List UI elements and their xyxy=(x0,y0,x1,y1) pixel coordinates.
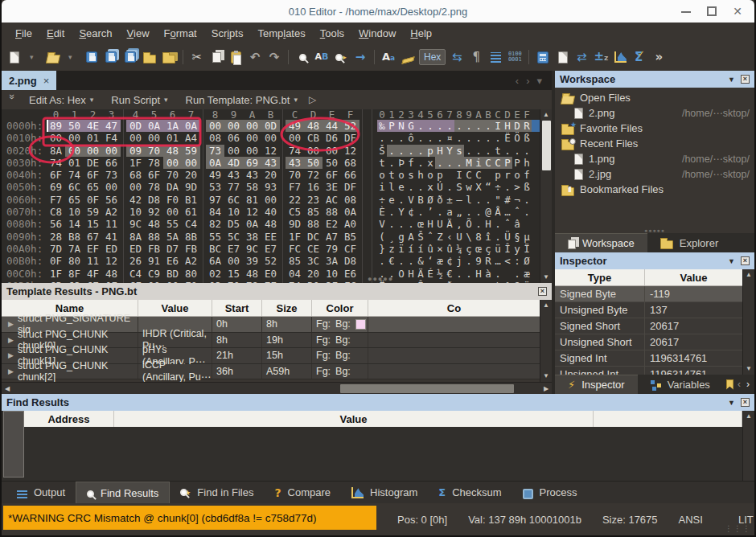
hex-ascii-char[interactable]: t xyxy=(377,157,387,169)
hex-ascii-char[interactable]: p xyxy=(425,145,435,157)
hex-byte[interactable]: 20 xyxy=(261,169,280,181)
hex-ascii-char[interactable]: w xyxy=(464,181,474,193)
hex-ascii-char[interactable]: § xyxy=(512,231,522,243)
goto-icon[interactable]: → xyxy=(351,47,370,68)
hex-byte[interactable]: 68 xyxy=(341,157,360,169)
hex-ascii-char[interactable]: . xyxy=(445,157,454,169)
undo-icon[interactable]: ↶ xyxy=(245,47,265,68)
hex-byte[interactable]: 00 xyxy=(261,132,280,144)
calculator-icon[interactable] xyxy=(533,47,553,68)
endian-icon[interactable]: ⇆ xyxy=(447,47,466,68)
minimize-button[interactable] xyxy=(680,6,692,17)
checksum-icon[interactable]: Σ✓ xyxy=(630,47,649,68)
menu-item-edit[interactable]: Edit xyxy=(39,24,72,43)
find-next-icon[interactable]: ▸ xyxy=(331,47,351,68)
hex-ascii-char[interactable]: 9 xyxy=(474,255,483,267)
hex-byte[interactable]: DA xyxy=(163,181,182,193)
hex-ascii-char[interactable]: x xyxy=(425,181,435,193)
hex-ascii-char[interactable]: . xyxy=(387,218,396,230)
hex-byte[interactable]: 78 xyxy=(145,181,163,193)
hex-ascii-char[interactable]: Ü xyxy=(503,231,512,243)
hex-byte[interactable]: A7 xyxy=(323,231,341,243)
hex-byte[interactable]: E7 xyxy=(224,243,243,255)
hex-byte[interactable]: 66 xyxy=(341,169,360,181)
hex-byte[interactable]: E0 xyxy=(261,268,280,280)
hex-byte[interactable]: 00 xyxy=(243,120,261,132)
tab-variables[interactable]: Variables xyxy=(638,375,723,394)
hex-byte[interactable]: 74 xyxy=(286,145,304,157)
inspector-row[interactable]: Unsigned Short20617 xyxy=(555,334,742,350)
hex-byte[interactable]: 4E xyxy=(84,120,102,132)
close-button[interactable]: ✕ xyxy=(732,6,743,17)
hex-byte[interactable]: 15 xyxy=(84,218,102,230)
hex-byte[interactable]: 00 xyxy=(65,132,84,144)
hex-byte[interactable]: 1F xyxy=(286,231,304,243)
hex-ascii-char[interactable]: H xyxy=(474,268,483,280)
hex-byte[interactable]: BD xyxy=(163,268,182,280)
hex-ascii-char[interactable]: í xyxy=(416,243,425,255)
hex-ascii-char[interactable]: . xyxy=(474,120,483,132)
hex-byte[interactable]: 01 xyxy=(163,132,182,144)
hex-byte[interactable]: 73 xyxy=(206,145,224,157)
tree-item-favorite-files[interactable]: ★Favorite Files xyxy=(555,121,754,136)
hex-ascii-char[interactable]: . xyxy=(416,206,425,218)
hex-ascii-char[interactable]: „ xyxy=(454,206,464,218)
hex-row[interactable]: 0020h:8A000000097048597300001274000012Š.… xyxy=(2,145,540,157)
hex-ascii-char[interactable]: . xyxy=(454,120,464,132)
hex-ascii-char[interactable]: . xyxy=(493,218,503,230)
hex-ascii-char[interactable]: . xyxy=(474,194,483,206)
hex-byte[interactable]: 12 xyxy=(261,145,280,157)
hex-ascii-char[interactable]: . xyxy=(445,181,454,193)
swap-icon[interactable]: ⇄ xyxy=(572,47,591,68)
hex-byte[interactable]: D6 xyxy=(323,132,341,144)
hex-ascii-char[interactable]: C xyxy=(483,157,493,169)
hex-byte[interactable]: 00 xyxy=(126,132,145,144)
cut-icon[interactable]: ✂ xyxy=(187,47,207,68)
hex-byte[interactable]: 58 xyxy=(243,181,261,193)
hex-ascii-char[interactable]: ± xyxy=(445,194,454,206)
hex-byte[interactable]: CB xyxy=(47,280,65,283)
hex-row[interactable]: 0080h:561415119C4855C482D50A489D88E2A0V.… xyxy=(2,218,540,230)
hex-ascii-char[interactable]: œ xyxy=(416,218,425,230)
open-folder-icon[interactable] xyxy=(43,47,63,68)
hex-byte[interactable]: 82 xyxy=(206,218,224,230)
hex-byte[interactable]: 55 xyxy=(206,231,224,243)
hex-byte[interactable]: 10 xyxy=(323,268,341,280)
columns-icon[interactable] xyxy=(486,47,505,68)
caret-icon[interactable]: ▾ xyxy=(24,47,43,68)
folders-icon[interactable] xyxy=(159,47,179,68)
caret-icon[interactable]: ▾ xyxy=(63,47,82,68)
scroll-up-icon[interactable]: ▲ xyxy=(540,300,553,311)
hex-byte[interactable]: 22 xyxy=(286,194,304,206)
column-start[interactable]: Start xyxy=(212,300,262,316)
hex-byte[interactable]: B5 xyxy=(341,231,360,243)
hex-byte[interactable]: 00 xyxy=(261,194,280,206)
panel-menu-icon[interactable]: ▼ xyxy=(728,399,735,407)
template-vertical-scrollbar[interactable]: ▲ ▼ xyxy=(540,300,552,382)
hex-ascii-char[interactable]: " xyxy=(493,194,503,206)
hex-byte[interactable]: 74 xyxy=(47,157,65,169)
hex-ascii-char[interactable]: . xyxy=(454,280,464,283)
hex-ascii-char[interactable]: . xyxy=(416,181,425,193)
hex-ascii-char[interactable]: . xyxy=(512,268,522,280)
tab-2png[interactable]: 2.png × xyxy=(2,71,56,90)
hex-ascii-char[interactable]: f xyxy=(522,169,532,181)
tree-item-bookmarked-files[interactable]: ▮Bookmarked Files xyxy=(555,182,754,197)
copy-icon[interactable] xyxy=(207,47,226,68)
hex-ascii-char[interactable]: H xyxy=(483,218,493,230)
hex-byte[interactable]: 80 xyxy=(182,268,200,280)
hex-ascii-char[interactable]: . xyxy=(474,218,483,230)
edit-as-dropdown[interactable]: Edit As: Hex ▾ xyxy=(23,94,100,106)
hex-byte[interactable]: DC xyxy=(304,231,323,243)
hex-byte[interactable]: 81 xyxy=(243,194,261,206)
hex-ascii-char[interactable]: . xyxy=(435,157,445,169)
hex-byte[interactable]: 6F xyxy=(47,169,65,181)
hex-byte[interactable]: 88 xyxy=(145,231,163,243)
hex-ascii-char[interactable]: ß xyxy=(522,181,532,193)
hex-byte[interactable]: 88 xyxy=(323,206,341,218)
hex-ascii-char[interactable]: ÷ xyxy=(493,181,503,193)
tree-item-1-png[interactable]: 1.png/home/⋯sktop/ xyxy=(555,151,754,166)
hex-ascii-char[interactable]: . xyxy=(416,145,425,157)
hex-byte[interactable]: 89 xyxy=(47,120,65,132)
hex-byte[interactable]: 74 xyxy=(65,169,84,181)
